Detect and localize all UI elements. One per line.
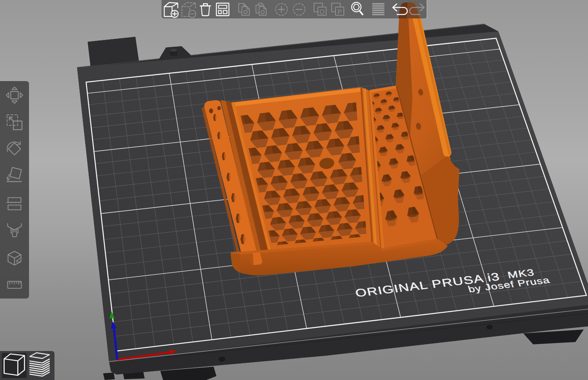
svg-text:P: P [338, 8, 342, 15]
svg-text:O: O [319, 8, 325, 15]
